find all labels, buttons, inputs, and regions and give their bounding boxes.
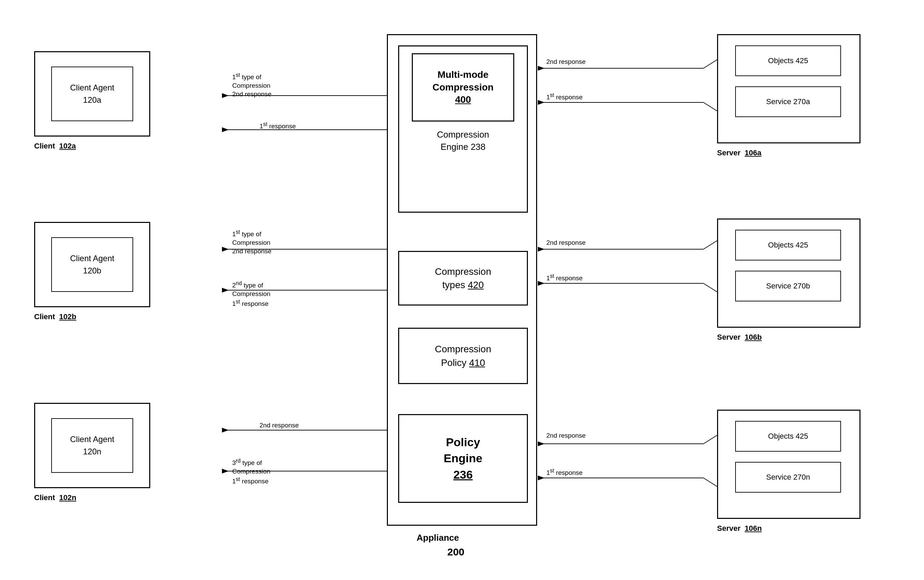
client-102n-outer: Client Agent120n xyxy=(34,403,150,488)
server-106b-arrow1-label: 2nd response xyxy=(546,239,586,247)
client-102b-arrow1-label: 1st type ofCompression2nd response xyxy=(232,229,271,255)
client-102a-arrow1-label: 1st type ofCompression2nd response xyxy=(232,72,271,98)
appliance-label: Appliance xyxy=(417,532,459,543)
client-102b-outer: Client Agent120b xyxy=(34,222,150,307)
svg-line-18 xyxy=(703,283,717,292)
compression-types-label: Compressiontypes 420 xyxy=(435,265,492,292)
policy-engine-label: PolicyEngine236 xyxy=(444,434,482,483)
server-106n-arrow2-label: 1st response xyxy=(546,468,582,476)
compression-types-box: Compressiontypes 420 xyxy=(398,251,528,305)
client-102a-label: Client Agent120a xyxy=(70,82,114,106)
client-102n-footer: Client 102n xyxy=(34,493,76,502)
compression-engine-outer: Multi-modeCompression400 CompressionEngi… xyxy=(398,45,528,213)
server-106a-objects: Objects 425 xyxy=(735,45,841,76)
policy-engine-box: PolicyEngine236 xyxy=(398,414,528,503)
compression-policy-label: CompressionPolicy 410 xyxy=(435,343,492,369)
server-106b-service: Service 270b xyxy=(735,271,841,302)
server-106n-service: Service 270n xyxy=(735,462,841,493)
appliance-number: 200 xyxy=(447,546,464,558)
server-106n-objects: Objects 425 xyxy=(735,421,841,451)
client-102a-outer: Client Agent120a xyxy=(34,51,150,137)
server-106b-arrow2-label: 1st response xyxy=(546,273,582,282)
client-102n-arrow2-label: 3rd type ofCompression1st response xyxy=(232,458,271,486)
svg-line-17 xyxy=(703,241,717,249)
server-106a-service: Service 270a xyxy=(735,86,841,117)
svg-line-15 xyxy=(703,60,717,68)
appliance-outer-box: Multi-modeCompression400 CompressionEngi… xyxy=(387,34,537,526)
client-102b-label: Client Agent120b xyxy=(70,252,114,277)
server-106n-outer: Objects 425 Service 270n xyxy=(717,410,860,519)
server-106b-footer: Server 106b xyxy=(717,333,762,342)
server-106b-outer: Objects 425 Service 270b xyxy=(717,219,860,328)
client-102b-footer: Client 102b xyxy=(34,312,76,321)
compression-engine-label: CompressionEngine 238 xyxy=(437,129,489,153)
client-102b-arrow2-label: 2nd type ofCompression1st response xyxy=(232,280,271,308)
client-102b-inner: Client Agent120b xyxy=(51,237,133,292)
svg-line-16 xyxy=(703,102,717,111)
svg-line-20 xyxy=(703,478,717,486)
client-102a-arrow2-label: 1st response xyxy=(259,121,296,130)
client-102a-footer: Client 102a xyxy=(34,142,76,150)
client-102a-inner: Client Agent120a xyxy=(51,67,133,121)
server-106n-footer: Server 106n xyxy=(717,524,762,533)
server-106b-objects: Objects 425 xyxy=(735,230,841,260)
client-102n-label: Client Agent120n xyxy=(70,433,114,458)
server-106a-footer: Server 106a xyxy=(717,148,761,157)
server-106a-outer: Objects 425 Service 270a xyxy=(717,34,860,143)
multimode-compression-box: Multi-modeCompression400 xyxy=(412,53,514,122)
compression-policy-box: CompressionPolicy 410 xyxy=(398,328,528,384)
multimode-compression-label: Multi-modeCompression400 xyxy=(432,69,494,106)
client-102n-inner: Client Agent120n xyxy=(51,418,133,473)
svg-line-19 xyxy=(703,435,717,444)
server-106a-arrow1-label: 2nd response xyxy=(546,58,586,66)
server-106a-arrow2-label: 1st response xyxy=(546,92,582,101)
client-102n-arrow1-label: 2nd response xyxy=(259,422,299,429)
server-106n-arrow1-label: 2nd response xyxy=(546,432,586,439)
diagram: Multi-modeCompression400 CompressionEngi… xyxy=(0,0,924,580)
